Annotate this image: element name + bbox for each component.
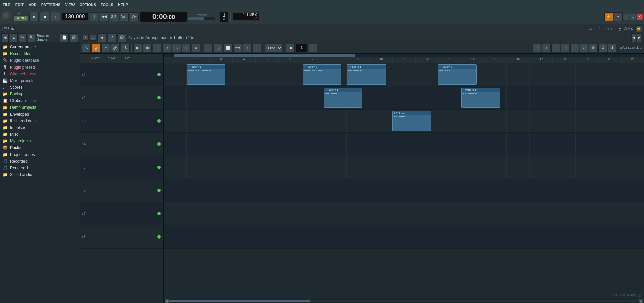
playlist-maximize-button[interactable]: □ — [90, 35, 96, 41]
merge-button[interactable]: ⊙ — [172, 44, 181, 52]
flip-button[interactable]: ⟺ — [233, 44, 242, 52]
track-mute-2[interactable] — [157, 96, 161, 99]
menu-edit[interactable]: EDIT — [15, 3, 24, 7]
menu-help[interactable]: HELP — [118, 3, 128, 7]
paint-tool-button[interactable]: 🖌 — [92, 44, 100, 52]
pattern-block[interactable]: ≡ Pattern 1 — [303, 64, 341, 85]
pl-icon4[interactable]: ⊞ — [561, 44, 569, 52]
playlist-audio-button[interactable]: 🔊 — [117, 33, 126, 42]
play-button[interactable]: ▶ — [29, 12, 39, 21]
split-button[interactable]: ⊌ — [162, 44, 171, 52]
duplicate-button[interactable]: ⧉ — [192, 44, 200, 52]
maximize-button[interactable]: □ — [630, 14, 636, 20]
timeline[interactable]: 2 3 4 5 6 7 8 9 10 11 12 13 14 15 — [164, 54, 644, 63]
select-tool-button[interactable]: 🔗 — [111, 44, 120, 52]
record-button[interactable]: ● — [51, 12, 60, 21]
eraser-tool-button[interactable]: ✂ — [101, 44, 110, 52]
menu-add[interactable]: ADD — [29, 3, 37, 7]
sidebar-item-recorded[interactable]: 🎵 Recorded — [0, 158, 80, 165]
pl-icon2[interactable]: ⟐ — [542, 44, 551, 52]
sidebar-item-sliced-audio[interactable]: 📁 Sliced audio — [0, 171, 80, 178]
sidebar-item-misc[interactable]: 📁 Misc — [0, 131, 80, 138]
playlist-scroll-right[interactable]: ▶ — [637, 33, 641, 42]
undo-button[interactable]: Undo / undo history — [589, 27, 621, 31]
scrollbar-track[interactable] — [169, 300, 639, 302]
menu-patterns[interactable]: PATTERNS — [41, 3, 61, 7]
select-all-button[interactable]: ⬚ — [214, 44, 222, 52]
song-mode-button[interactable]: SONG — [13, 15, 28, 21]
reverse-button[interactable]: ↕ — [243, 44, 252, 52]
track-mute-7[interactable] — [157, 212, 161, 215]
snap-left-button[interactable]: ▶ — [133, 44, 142, 52]
track-mute-6[interactable] — [157, 189, 161, 192]
menu-view[interactable]: VIEW — [65, 3, 75, 7]
sidebar-item-il-shared-data[interactable]: 📁 IL shared data — [0, 118, 80, 124]
loop-button[interactable]: W+ — [120, 12, 129, 21]
grid-area[interactable]: ≡ Pattern 1 — [164, 63, 644, 299]
cpu-meter-button[interactable]: ⚡ — [604, 12, 613, 21]
pattern-block[interactable]: ≡ Pattern 1 — [392, 111, 431, 131]
sidebar-back-button[interactable]: ◀ — [1, 33, 9, 42]
track-mute-3[interactable] — [157, 119, 161, 123]
sidebar-up-button[interactable]: ▲ — [10, 33, 17, 42]
sidebar-item-impulses[interactable]: 📁 Impulses — [0, 124, 80, 131]
quantize-button[interactable]: ⟩ — [153, 44, 161, 52]
track-mute-5[interactable] — [157, 166, 161, 169]
sidebar-volume-button[interactable]: 🔊 — [69, 33, 78, 42]
sidebar-item-clipboard-files[interactable]: 📋 Clipboard files — [0, 97, 80, 104]
horizontal-scrollbar[interactable]: ◀ ▶ — [164, 299, 644, 303]
line-mode-select[interactable]: Line — [265, 44, 282, 52]
pl-icon3[interactable]: ⊟ — [551, 44, 560, 52]
track-mute-8[interactable] — [157, 235, 161, 239]
playlist-close-button[interactable]: ✕ — [83, 35, 89, 41]
sidebar-item-channel-presets[interactable]: 🎚 Channel presets — [0, 71, 80, 77]
track-mute-1[interactable] — [157, 73, 161, 76]
scissors-button[interactable]: ✂ — [614, 12, 623, 21]
close-button[interactable]: ✕ — [637, 14, 643, 20]
draw-tool-button[interactable]: ✎ — [82, 44, 91, 52]
normalize-button[interactable]: ⤵ — [253, 44, 261, 52]
sidebar-item-recent-files[interactable]: 📂 Recent files — [0, 50, 80, 57]
playlist-scroll-left[interactable]: ◀ — [631, 33, 636, 42]
stop-button[interactable]: ■ — [40, 12, 49, 21]
deselect-button[interactable]: ⬜ — [224, 44, 232, 52]
sidebar-item-my-projects[interactable]: 📂 My projects — [0, 138, 80, 144]
pl-icon5[interactable]: ⊡ — [570, 44, 579, 52]
pattern-block[interactable]: ≡ Pattern 1 — [461, 88, 500, 108]
pl-icon6[interactable]: ⊕ — [580, 44, 588, 52]
sidebar-item-envelopes[interactable]: 📁 Envelopes — [0, 111, 80, 118]
sidebar-item-project-bones[interactable]: 📁 Project bones — [0, 151, 80, 158]
sidebar-item-rendered[interactable]: 🎵 Rendered — [0, 165, 80, 171]
lock-button[interactable]: 🔒 — [635, 25, 642, 32]
sidebar-new-button[interactable]: 📄 — [60, 33, 69, 42]
tempo-display[interactable]: 130.000 — [61, 13, 88, 21]
sidebar-item-plugin-database[interactable]: 🔌 Plugin database — [0, 57, 80, 64]
sidebar-item-packs[interactable]: 📦 Packs — [0, 144, 80, 151]
pattern-block[interactable]: ≡ Pattern 1 — [187, 64, 225, 85]
pl-icon1[interactable]: ⊞ — [533, 44, 541, 52]
pattern-add-button[interactable]: + — [309, 44, 317, 52]
menu-tools[interactable]: TOOLS — [101, 3, 113, 7]
sidebar-item-mixer-presets[interactable]: 🎹 Mixer presets — [0, 77, 80, 84]
snap-grid-button[interactable]: ⊞ — [143, 44, 152, 52]
pl-icon9[interactable]: ⬇ — [608, 44, 616, 52]
slice-button[interactable]: ⧖ — [182, 44, 191, 52]
minimize-button[interactable]: _ — [623, 14, 629, 20]
sidebar-item-plugin-presets[interactable]: 🎛 Plugin presets — [0, 64, 80, 71]
sidebar-item-demo-projects[interactable]: 📂 Demo projects — [0, 104, 80, 111]
scroll-left-button[interactable]: ◀ — [164, 299, 169, 303]
menu-options[interactable]: OPTIONS — [80, 3, 96, 7]
playlist-nav-prev[interactable]: ◀ — [97, 33, 106, 42]
sidebar-item-current-project[interactable]: 📁 Current project — [0, 44, 80, 50]
scrollbar-thumb[interactable] — [169, 300, 310, 302]
metronome-button[interactable]: ♩ — [90, 12, 98, 21]
scroll-right-button[interactable]: ▶ — [639, 299, 643, 303]
sidebar-search-button[interactable]: 🔍 — [28, 33, 35, 42]
pattern-block[interactable]: ≡ Pattern 1 — [324, 88, 362, 108]
track-mute-4[interactable] — [157, 142, 161, 146]
snap-button[interactable]: 3.2: — [110, 12, 118, 21]
pattern-prev-button[interactable]: ◀ — [286, 44, 295, 52]
mute-tool-button[interactable]: ⚗ — [121, 44, 130, 52]
playlist-undo-button[interactable]: ↺ — [107, 33, 116, 42]
menu-file[interactable]: FILE — [3, 3, 11, 7]
